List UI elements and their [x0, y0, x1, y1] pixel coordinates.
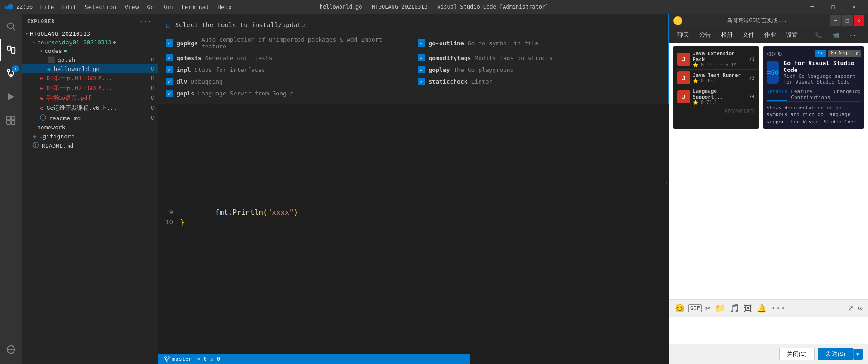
- close-paren: ): [293, 208, 298, 217]
- maximize-button[interactable]: □: [823, 0, 844, 14]
- close-button[interactable]: ✕: [844, 0, 864, 14]
- activity-extensions[interactable]: [0, 109, 22, 131]
- svg-point-13: [165, 357, 167, 359]
- menu-selection[interactable]: Selection: [81, 3, 120, 11]
- music-icon[interactable]: 🎵: [729, 303, 740, 314]
- code-editor[interactable]: 9 fmt.Println("xxxx") 10 }: [158, 203, 669, 231]
- sidebar-item-01first[interactable]: ⊕ 01第一节.01：GOLA... U: [22, 73, 158, 83]
- close-chat-button[interactable]: 关闭(C): [779, 348, 815, 360]
- tab-details[interactable]: Details: [767, 89, 787, 101]
- modified-dot: [64, 50, 67, 52]
- menu-run[interactable]: Run: [158, 3, 176, 11]
- nav-homework[interactable]: 作业: [760, 29, 781, 41]
- menu-go[interactable]: Go: [144, 3, 158, 11]
- ext-detail-refresh-icon[interactable]: ↻: [778, 50, 782, 57]
- more-tools-icon[interactable]: ···: [770, 303, 787, 314]
- gopkgs-name: gopkgs: [177, 40, 198, 47]
- send-dropdown-button[interactable]: ▾: [853, 349, 863, 360]
- chat-body[interactable]: J Java Extension Pack ⭐ 0.12.1 · 5.1M 71…: [669, 43, 868, 299]
- ext-detail-toolbar: ◁ ▷ ↻ Go Go Nightly: [767, 50, 861, 57]
- activity-run[interactable]: [0, 86, 22, 108]
- gooutline-checkbox[interactable]: ✓: [418, 39, 425, 47]
- ext-detail-back-icon[interactable]: ◁: [767, 50, 770, 57]
- sidebar-item-homework[interactable]: › homework: [22, 123, 158, 132]
- menu-help[interactable]: Help: [214, 3, 235, 11]
- nav-settings[interactable]: 设置: [782, 29, 802, 41]
- rp-maximize[interactable]: □: [842, 15, 853, 26]
- history-icon[interactable]: ⊙: [857, 303, 863, 313]
- impl-checkbox[interactable]: ✓: [166, 66, 173, 73]
- sidebar-item-codes[interactable]: ▾ codes: [22, 47, 158, 55]
- bell-icon[interactable]: 🔔: [756, 303, 767, 314]
- tool-goplay[interactable]: ✓ goplay The Go playground: [418, 65, 661, 75]
- photo-icon[interactable]: 🖼: [743, 303, 753, 314]
- tool-gopls[interactable]: ✓ gopls Language Server from Google: [166, 88, 409, 98]
- gomodifytags-checkbox[interactable]: ✓: [418, 54, 425, 61]
- nav-album[interactable]: 相册: [716, 29, 737, 41]
- menu-file[interactable]: File: [36, 3, 58, 11]
- gopkgs-checkbox[interactable]: ✓: [166, 39, 173, 47]
- dlv-checkbox[interactable]: ✓: [166, 78, 173, 85]
- nav-video[interactable]: 📹: [828, 30, 844, 40]
- activity-search[interactable]: [0, 15, 22, 37]
- nav-phone[interactable]: 📞: [810, 30, 827, 40]
- menu-terminal[interactable]: Terminal: [177, 3, 213, 11]
- tool-impl[interactable]: ✓ impl Stubs for interfaces: [166, 65, 409, 75]
- activity-explorer[interactable]: [0, 39, 22, 61]
- ext-item-java-test[interactable]: J Java Test Runner ⭐ 0.30.1 73: [676, 70, 757, 86]
- activity-remote[interactable]: [0, 339, 22, 360]
- sidebar-item-01second[interactable]: ⊕ 01第一节.02：GOLA... U: [22, 83, 158, 93]
- sidebar-item-course[interactable]: ▾ course\day01-20210313: [22, 38, 158, 47]
- gif-icon[interactable]: GIF: [688, 304, 702, 312]
- sidebar-item-handwrite[interactable]: ⊕ 手撕Go语言.pdf U: [22, 93, 158, 103]
- minimize-button[interactable]: ─: [802, 0, 823, 14]
- ext-item-java-pack[interactable]: J Java Extension Pack ⭐ 0.12.1 · 5.1M 71: [676, 49, 757, 70]
- nav-chat[interactable]: 聊天: [673, 29, 694, 41]
- source-control-badge: 7: [12, 65, 19, 72]
- rp-close[interactable]: ✕: [854, 15, 864, 26]
- sidebar-root-folder[interactable]: ▾ HTGOLANG-20210313: [22, 29, 158, 38]
- send-button[interactable]: 发送(S): [818, 348, 853, 360]
- tool-staticcheck[interactable]: ✓ staticcheck Linter: [418, 76, 661, 86]
- nav-files[interactable]: 文件: [738, 29, 759, 41]
- staticcheck-name: staticcheck: [429, 78, 468, 85]
- sidebar-item-readme[interactable]: ⓘ README.md: [22, 141, 158, 151]
- ext-item-lang-support[interactable]: J Language Support... ⭐ 0.73.1 74: [676, 86, 757, 107]
- menu-edit[interactable]: Edit: [58, 3, 80, 11]
- sidebar-item-gitignore[interactable]: ◈ .gitignore: [22, 132, 158, 141]
- go-ext-description: Shows documentation of go symbols and ri…: [767, 104, 861, 125]
- recommended-label: RECOMMENDED: [676, 107, 757, 116]
- chat-input-area[interactable]: [669, 317, 868, 344]
- tool-gomodifytags[interactable]: ✓ gomodifytags Modify tags on structs: [418, 53, 661, 63]
- sidebar-more-icon[interactable]: ···: [139, 17, 152, 26]
- gopls-checkbox[interactable]: ✓: [166, 90, 173, 97]
- sidebar-item-gosh[interactable]: ⬛ go.sh U: [22, 55, 158, 64]
- expand-icon[interactable]: ⤢: [847, 303, 854, 313]
- sidebar-item-helloworld[interactable]: ◈ helloworld.go U: [22, 64, 158, 73]
- tool-gopkgs[interactable]: ✓ gopkgs Auto-completion of unimported p…: [166, 35, 409, 51]
- 01second-label: 01第一节.02：GOLA...: [46, 84, 151, 92]
- staticcheck-checkbox[interactable]: ✓: [418, 78, 425, 85]
- tool-dlv[interactable]: ✓ dlv Debugging: [166, 76, 409, 86]
- nav-announcement[interactable]: 公告: [695, 29, 715, 41]
- gotests-checkbox[interactable]: ✓: [166, 54, 173, 61]
- tab-feature-contributions[interactable]: Feature Contributions: [791, 89, 830, 101]
- scissors-icon[interactable]: ✂: [705, 303, 711, 314]
- svg-line-1: [13, 28, 15, 30]
- goplay-checkbox[interactable]: ✓: [418, 66, 425, 73]
- nav-more[interactable]: ···: [845, 30, 864, 40]
- tab-changelog[interactable]: Changelog: [834, 89, 861, 101]
- rp-minimize[interactable]: ─: [830, 15, 841, 26]
- ext-detail-spacer: [783, 50, 813, 57]
- tool-gotests[interactable]: ✓ gotests Generate unit tests: [166, 53, 409, 63]
- menu-view[interactable]: View: [121, 3, 142, 11]
- emoji-icon[interactable]: 😊: [674, 303, 686, 314]
- sidebar-item-readme-lower[interactable]: ⓘ readme.md U: [22, 113, 158, 123]
- folder-icon[interactable]: 📁: [714, 303, 726, 314]
- activity-source-control[interactable]: 7: [0, 62, 22, 84]
- code-file-icon: ◇: [40, 104, 43, 112]
- ext-detail-forward-icon[interactable]: ▷: [772, 50, 776, 57]
- sidebar-item-godev[interactable]: ◇ Go运维开发课程.v6.h... U: [22, 103, 158, 113]
- tool-gooutline[interactable]: ✓ go-outline Go to symbol in file: [418, 35, 661, 51]
- panel-collapse-arrow[interactable]: ›: [664, 177, 669, 187]
